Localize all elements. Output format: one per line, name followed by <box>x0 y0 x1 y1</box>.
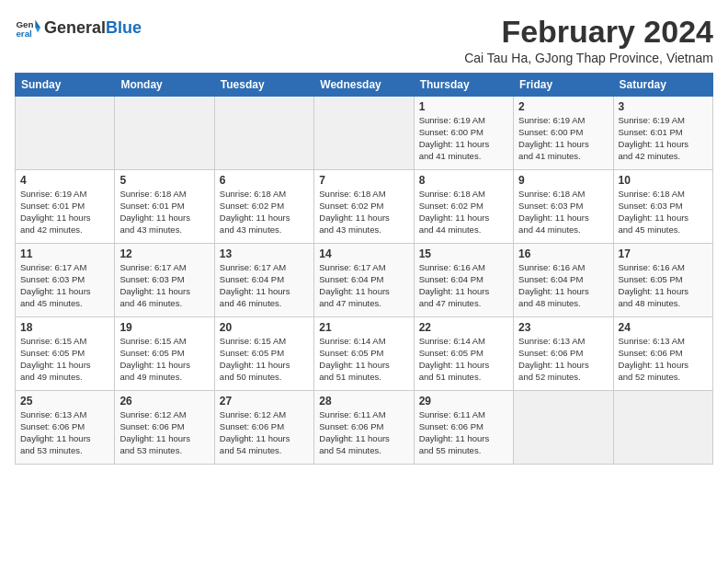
day-number: 4 <box>20 174 109 187</box>
day-number: 20 <box>220 321 309 334</box>
day-number: 8 <box>419 174 508 187</box>
day-number: 5 <box>119 174 209 187</box>
day-info: Sunrise: 6:16 AM Sunset: 6:04 PM Dayligh… <box>419 262 508 309</box>
calendar-cell: 17Sunrise: 6:16 AM Sunset: 6:05 PM Dayli… <box>613 244 712 317</box>
header-row: SundayMondayTuesdayWednesdayThursdayFrid… <box>16 74 713 97</box>
day-number: 29 <box>419 395 508 408</box>
page-header: Gen eral GeneralBlue February 2024 Cai T… <box>15 15 713 65</box>
calendar-cell: 5Sunrise: 6:18 AM Sunset: 6:01 PM Daylig… <box>115 170 214 244</box>
day-info: Sunrise: 6:17 AM Sunset: 6:03 PM Dayligh… <box>119 262 209 309</box>
header-saturday: Saturday <box>613 74 712 97</box>
day-number: 13 <box>220 247 309 260</box>
day-info: Sunrise: 6:13 AM Sunset: 6:06 PM Dayligh… <box>619 336 708 383</box>
day-number: 25 <box>20 395 109 408</box>
calendar-cell: 18Sunrise: 6:15 AM Sunset: 6:05 PM Dayli… <box>16 317 115 391</box>
main-title: February 2024 <box>464 15 713 49</box>
day-info: Sunrise: 6:18 AM Sunset: 6:03 PM Dayligh… <box>619 189 708 236</box>
week-row-1: 1Sunrise: 6:19 AM Sunset: 6:00 PM Daylig… <box>16 97 713 170</box>
calendar-cell <box>214 97 313 170</box>
day-number: 23 <box>518 321 608 334</box>
day-info: Sunrise: 6:12 AM Sunset: 6:06 PM Dayligh… <box>119 409 209 456</box>
day-info: Sunrise: 6:15 AM Sunset: 6:05 PM Dayligh… <box>20 336 109 383</box>
day-info: Sunrise: 6:18 AM Sunset: 6:01 PM Dayligh… <box>119 189 209 236</box>
calendar-cell: 28Sunrise: 6:11 AM Sunset: 6:06 PM Dayli… <box>314 391 414 465</box>
calendar-cell: 2Sunrise: 6:19 AM Sunset: 6:00 PM Daylig… <box>514 97 613 170</box>
day-info: Sunrise: 6:12 AM Sunset: 6:06 PM Dayligh… <box>220 409 309 456</box>
week-row-3: 11Sunrise: 6:17 AM Sunset: 6:03 PM Dayli… <box>16 244 713 317</box>
day-number: 11 <box>20 247 109 260</box>
calendar-cell: 6Sunrise: 6:18 AM Sunset: 6:02 PM Daylig… <box>214 170 313 244</box>
calendar-cell: 8Sunrise: 6:18 AM Sunset: 6:02 PM Daylig… <box>414 170 513 244</box>
day-number: 7 <box>319 174 408 187</box>
calendar-cell: 19Sunrise: 6:15 AM Sunset: 6:05 PM Dayli… <box>115 317 214 391</box>
calendar-cell: 25Sunrise: 6:13 AM Sunset: 6:06 PM Dayli… <box>16 391 115 465</box>
day-number: 22 <box>419 321 508 334</box>
calendar-cell: 20Sunrise: 6:15 AM Sunset: 6:05 PM Dayli… <box>214 317 313 391</box>
calendar-cell: 1Sunrise: 6:19 AM Sunset: 6:00 PM Daylig… <box>414 97 513 170</box>
day-info: Sunrise: 6:18 AM Sunset: 6:02 PM Dayligh… <box>220 189 309 236</box>
header-friday: Friday <box>514 74 613 97</box>
day-info: Sunrise: 6:19 AM Sunset: 6:01 PM Dayligh… <box>619 115 708 162</box>
day-number: 6 <box>220 174 309 187</box>
day-number: 26 <box>119 395 209 408</box>
calendar-cell: 27Sunrise: 6:12 AM Sunset: 6:06 PM Dayli… <box>214 391 313 465</box>
header-wednesday: Wednesday <box>314 74 414 97</box>
calendar-cell: 21Sunrise: 6:14 AM Sunset: 6:05 PM Dayli… <box>314 317 414 391</box>
day-info: Sunrise: 6:16 AM Sunset: 6:04 PM Dayligh… <box>518 262 608 309</box>
calendar-cell: 29Sunrise: 6:11 AM Sunset: 6:06 PM Dayli… <box>414 391 513 465</box>
calendar-cell: 23Sunrise: 6:13 AM Sunset: 6:06 PM Dayli… <box>514 317 613 391</box>
svg-marker-3 <box>35 28 40 33</box>
day-info: Sunrise: 6:11 AM Sunset: 6:06 PM Dayligh… <box>319 409 408 456</box>
calendar-table: SundayMondayTuesdayWednesdayThursdayFrid… <box>15 73 713 465</box>
day-number: 28 <box>319 395 408 408</box>
day-number: 19 <box>119 321 209 334</box>
calendar-cell <box>613 391 712 465</box>
week-row-5: 25Sunrise: 6:13 AM Sunset: 6:06 PM Dayli… <box>16 391 713 465</box>
week-row-2: 4Sunrise: 6:19 AM Sunset: 6:01 PM Daylig… <box>16 170 713 244</box>
logo: Gen eral GeneralBlue <box>15 15 142 40</box>
calendar-cell <box>514 391 613 465</box>
calendar-cell <box>314 97 414 170</box>
calendar-header: SundayMondayTuesdayWednesdayThursdayFrid… <box>16 74 713 97</box>
day-number: 24 <box>619 321 708 334</box>
day-info: Sunrise: 6:14 AM Sunset: 6:05 PM Dayligh… <box>419 336 508 383</box>
day-info: Sunrise: 6:13 AM Sunset: 6:06 PM Dayligh… <box>518 336 608 383</box>
day-number: 2 <box>518 100 608 113</box>
day-info: Sunrise: 6:17 AM Sunset: 6:03 PM Dayligh… <box>20 262 109 309</box>
day-number: 1 <box>419 100 508 113</box>
day-info: Sunrise: 6:18 AM Sunset: 6:03 PM Dayligh… <box>518 189 608 236</box>
logo-icon: Gen eral <box>15 15 40 40</box>
day-info: Sunrise: 6:14 AM Sunset: 6:05 PM Dayligh… <box>319 336 408 383</box>
day-info: Sunrise: 6:13 AM Sunset: 6:06 PM Dayligh… <box>20 409 109 456</box>
day-info: Sunrise: 6:19 AM Sunset: 6:00 PM Dayligh… <box>518 115 608 162</box>
calendar-cell: 4Sunrise: 6:19 AM Sunset: 6:01 PM Daylig… <box>16 170 115 244</box>
subtitle: Cai Tau Ha, GJong Thap Province, Vietnam <box>464 51 713 65</box>
day-number: 15 <box>419 247 508 260</box>
day-number: 16 <box>518 247 608 260</box>
calendar-cell: 13Sunrise: 6:17 AM Sunset: 6:04 PM Dayli… <box>214 244 313 317</box>
day-info: Sunrise: 6:11 AM Sunset: 6:06 PM Dayligh… <box>419 409 508 456</box>
day-number: 12 <box>119 247 209 260</box>
calendar-cell <box>115 97 214 170</box>
day-info: Sunrise: 6:18 AM Sunset: 6:02 PM Dayligh… <box>319 189 408 236</box>
day-info: Sunrise: 6:19 AM Sunset: 6:00 PM Dayligh… <box>419 115 508 162</box>
day-number: 9 <box>518 174 608 187</box>
calendar-cell: 15Sunrise: 6:16 AM Sunset: 6:04 PM Dayli… <box>414 244 513 317</box>
day-info: Sunrise: 6:18 AM Sunset: 6:02 PM Dayligh… <box>419 189 508 236</box>
day-number: 10 <box>619 174 708 187</box>
week-row-4: 18Sunrise: 6:15 AM Sunset: 6:05 PM Dayli… <box>16 317 713 391</box>
svg-marker-2 <box>35 20 40 28</box>
logo-general: General <box>44 18 106 38</box>
calendar-cell: 3Sunrise: 6:19 AM Sunset: 6:01 PM Daylig… <box>613 97 712 170</box>
day-number: 27 <box>220 395 309 408</box>
calendar-cell: 14Sunrise: 6:17 AM Sunset: 6:04 PM Dayli… <box>314 244 414 317</box>
title-block: February 2024 Cai Tau Ha, GJong Thap Pro… <box>464 15 713 65</box>
calendar-cell: 22Sunrise: 6:14 AM Sunset: 6:05 PM Dayli… <box>414 317 513 391</box>
calendar-cell: 7Sunrise: 6:18 AM Sunset: 6:02 PM Daylig… <box>314 170 414 244</box>
day-info: Sunrise: 6:17 AM Sunset: 6:04 PM Dayligh… <box>220 262 309 309</box>
svg-text:eral: eral <box>16 29 32 39</box>
calendar-cell <box>16 97 115 170</box>
day-info: Sunrise: 6:15 AM Sunset: 6:05 PM Dayligh… <box>220 336 309 383</box>
calendar-cell: 16Sunrise: 6:16 AM Sunset: 6:04 PM Dayli… <box>514 244 613 317</box>
header-sunday: Sunday <box>16 74 115 97</box>
